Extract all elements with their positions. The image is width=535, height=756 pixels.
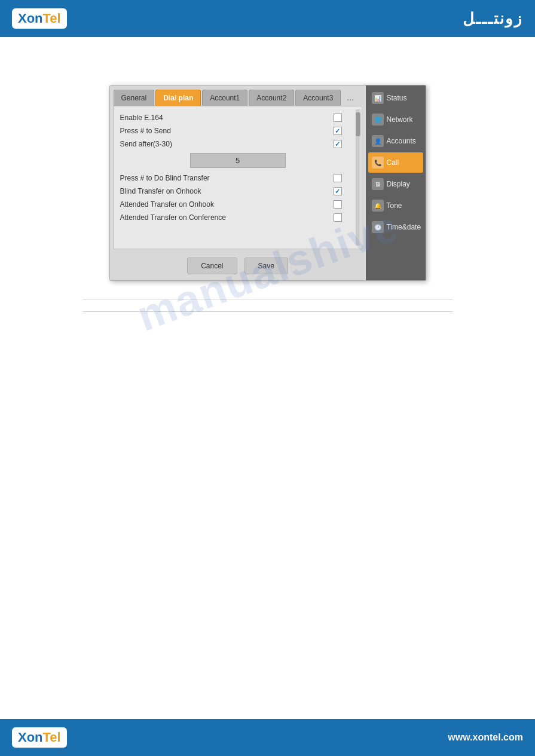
label-enable-e164: Enable E.164 (120, 114, 320, 122)
sidebar-item-status[interactable]: 📊 Status (368, 88, 423, 108)
logo-xon-text: Xon (18, 11, 43, 26)
timedate-icon: 🕐 (372, 221, 384, 233)
tab-account2[interactable]: Account2 (249, 90, 294, 106)
display-icon: 🖥 (372, 178, 384, 190)
checkbox-attended-transfer-onhook[interactable] (334, 200, 342, 209)
checkbox-blind-transfer-hash[interactable] (334, 174, 342, 182)
sidebar-item-tone[interactable]: 🔔 Tone (368, 195, 423, 216)
save-button[interactable]: Save (244, 258, 288, 274)
right-sidebar: 📊 Status 🌐 Network 👤 Accounts 📞 Call 🖥 D… (366, 85, 426, 280)
field-blind-transfer-hash: Press # to Do Blind Transfer (120, 174, 356, 182)
divider-top (82, 299, 453, 299)
sidebar-item-timedate[interactable]: 🕐 Time&date (368, 217, 423, 237)
field-enable-e164: Enable E.164 (120, 114, 356, 122)
dialog-window: General Dial plan Account1 Account2 Acco… (109, 85, 426, 281)
sidebar-label-status: Status (387, 94, 407, 102)
main-content: manualshive General Dial plan Account1 A… (0, 37, 535, 719)
scrollbar-thumb[interactable] (356, 112, 360, 136)
accounts-icon: 👤 (372, 135, 384, 147)
header: XonTel زونتـــل (0, 0, 535, 37)
left-panel: General Dial plan Account1 Account2 Acco… (110, 85, 366, 280)
sidebar-item-accounts[interactable]: 👤 Accounts (368, 131, 423, 151)
logo-box: XonTel (12, 8, 67, 29)
checkbox-attended-transfer-conference[interactable] (334, 213, 342, 222)
footer-logo-xon: Xon (18, 730, 43, 745)
tab-more[interactable]: ... (342, 89, 359, 106)
checkbox-send-after[interactable] (334, 140, 342, 148)
cancel-button[interactable]: Cancel (187, 258, 237, 274)
sidebar-item-call[interactable]: 📞 Call (368, 152, 423, 173)
footer-logo-tel: Tel (43, 730, 61, 745)
form-area: Enable E.164 Press # to Send Send after(… (114, 106, 362, 249)
field-press-hash-send: Press # to Send (120, 127, 356, 135)
sidebar-item-network[interactable]: 🌐 Network (368, 109, 423, 130)
tab-bar: General Dial plan Account1 Account2 Acco… (110, 85, 366, 106)
checkbox-enable-e164[interactable] (334, 114, 342, 122)
footer-logo: XonTel (12, 727, 67, 748)
tab-dialplan[interactable]: Dial plan (155, 90, 201, 106)
tab-general[interactable]: General (114, 90, 155, 106)
footer-url: www.xontel.com (448, 732, 523, 743)
header-logo: XonTel (12, 8, 67, 29)
sidebar-label-accounts: Accounts (387, 137, 416, 145)
scrollbar[interactable] (356, 109, 360, 246)
sidebar-label-display: Display (387, 180, 410, 188)
label-send-after: Send after(3-30) (120, 140, 320, 148)
footer-logo-box: XonTel (12, 727, 67, 748)
divider-bottom (82, 311, 453, 312)
logo-tel-text: Tel (43, 11, 61, 26)
send-after-value[interactable]: 5 (190, 153, 286, 168)
tone-icon: 🔔 (372, 200, 384, 212)
tab-account3[interactable]: Account3 (295, 90, 341, 106)
field-attended-transfer-onhook: Attended Transfer on Onhook (120, 200, 356, 209)
checkbox-blind-transfer-onhook[interactable] (334, 187, 342, 195)
field-blind-transfer-onhook: Blind Transfer on Onhook (120, 187, 356, 195)
label-blind-transfer-hash: Press # to Do Blind Transfer (120, 174, 320, 182)
network-icon: 🌐 (372, 114, 384, 126)
label-attended-transfer-conference: Attended Transfer on Conference (120, 213, 320, 222)
sidebar-label-call: Call (387, 158, 399, 167)
button-row: Cancel Save (110, 253, 366, 280)
sidebar-label-timedate: Time&date (387, 223, 421, 231)
label-blind-transfer-onhook: Blind Transfer on Onhook (120, 187, 320, 195)
footer: XonTel www.xontel.com (0, 719, 535, 756)
label-attended-transfer-onhook: Attended Transfer on Onhook (120, 200, 320, 209)
call-icon: 📞 (372, 157, 384, 169)
sidebar-label-network: Network (387, 115, 413, 124)
label-press-hash-send: Press # to Send (120, 127, 320, 135)
field-send-after: Send after(3-30) (120, 140, 356, 148)
status-icon: 📊 (372, 92, 384, 104)
sidebar-label-tone: Tone (387, 201, 402, 210)
sidebar-item-display[interactable]: 🖥 Display (368, 174, 423, 194)
tab-account1[interactable]: Account1 (202, 90, 247, 106)
header-arabic-text: زونتـــل (463, 10, 523, 28)
field-attended-transfer-conference: Attended Transfer on Conference (120, 213, 356, 222)
checkbox-press-hash-send[interactable] (334, 127, 342, 135)
